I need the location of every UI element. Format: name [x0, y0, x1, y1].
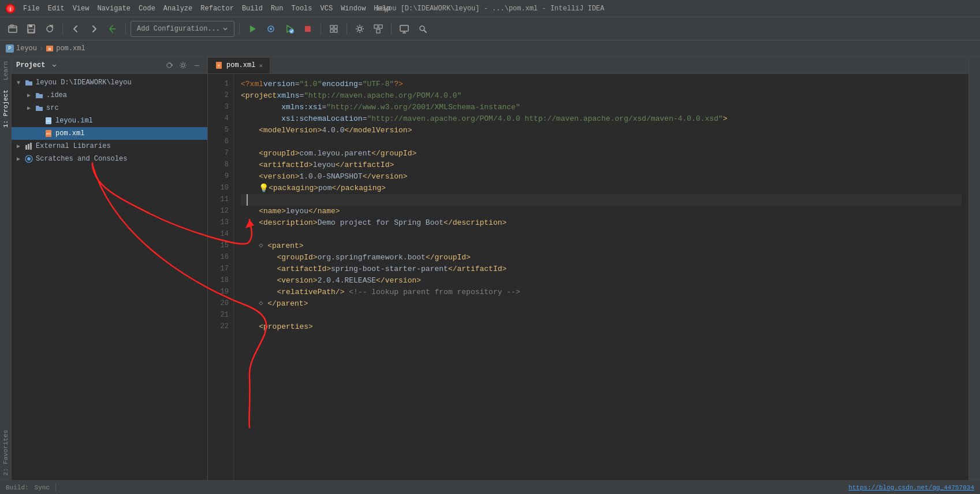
tree-item-src[interactable]: ▶ src: [12, 102, 207, 114]
sep6: [391, 23, 392, 35]
menu-analyze[interactable]: Analyze: [160, 5, 196, 13]
tree-arrow-root: ▼: [14, 78, 23, 87]
forward-btn[interactable]: [86, 21, 102, 37]
stop-btn[interactable]: [300, 21, 316, 37]
svg-rect-2: [9, 26, 17, 32]
revert-btn[interactable]: [105, 21, 121, 37]
code-line-20: ◇ </parent>: [241, 298, 962, 310]
ln-5: 5: [208, 125, 229, 136]
tree-label-root: leyou D:\IDEAWORK\leyou: [36, 79, 132, 87]
code-line-13: <description>Demo project for Spring Boo…: [241, 217, 962, 229]
svg-point-27: [182, 64, 185, 66]
tree-label-src: src: [46, 104, 59, 112]
menu-edit[interactable]: Edit: [44, 5, 68, 13]
sep1: [62, 23, 63, 35]
tree-label-idea: .idea: [46, 91, 67, 99]
menu-run[interactable]: Run: [267, 5, 287, 13]
tree-item-ext-libs[interactable]: ▶ External Libraries: [12, 140, 207, 153]
coverage-btn[interactable]: [281, 21, 297, 37]
status-sync[interactable]: Sync: [35, 484, 50, 491]
ln-16: 16: [208, 252, 229, 263]
menu-navigate[interactable]: Navigate: [94, 5, 134, 13]
project-tree: ▼ leyou D:\IDEAWORK\leyou ▶ .idea ▶: [12, 74, 207, 480]
left-tab-favorites[interactable]: 2: Favorites: [0, 425, 11, 480]
ln-21: 21: [208, 310, 229, 321]
menu-tools[interactable]: Tools: [288, 5, 316, 13]
ln-11: 11: [208, 194, 229, 206]
svg-rect-20: [377, 29, 380, 33]
menu-code[interactable]: Code: [135, 5, 159, 13]
code-line-6: [241, 136, 962, 148]
svg-marker-7: [250, 25, 256, 32]
ln-18: 18: [208, 275, 229, 287]
code-line-22: <properties>: [241, 321, 962, 333]
gear-panel-icon[interactable]: [177, 60, 189, 71]
breadcrumb-project[interactable]: leyou: [16, 44, 37, 53]
menu-refactor[interactable]: Refactor: [197, 5, 237, 13]
back-btn[interactable]: [68, 21, 84, 37]
menu-window[interactable]: Window: [337, 5, 369, 13]
svg-text:m: m: [49, 47, 51, 51]
tree-label-pom: pom.xml: [55, 129, 84, 138]
sep5: [346, 23, 347, 35]
tree-item-pom[interactable]: ▶ xml pom.xml: [12, 127, 207, 140]
sync-panel-icon[interactable]: [163, 60, 175, 71]
tab-close-btn[interactable]: ✕: [259, 62, 263, 69]
xml-icon: xml: [44, 129, 53, 138]
tree-item-iml[interactable]: ▶ iml leyou.iml: [12, 114, 207, 127]
project-structure-btn[interactable]: [370, 21, 386, 37]
menu-build[interactable]: Build: [239, 5, 266, 13]
left-tab-learn[interactable]: Learn: [0, 57, 11, 85]
code-line-11: [241, 194, 962, 206]
refresh-btn[interactable]: [42, 21, 58, 37]
build-artifact-btn[interactable]: [326, 21, 342, 37]
code-line-19: <relativePath/> <!-- lookup parent from …: [241, 287, 962, 298]
svg-rect-13: [330, 25, 333, 28]
svg-text:I: I: [10, 6, 12, 12]
code-line-15: ◇ <parent>: [241, 240, 962, 252]
presentation-btn[interactable]: [396, 21, 412, 37]
code-line-16: <groupId>org.springframework.boot</group…: [241, 252, 962, 263]
code-line-17: <artifactId>spring-boot-starter-parent</…: [241, 263, 962, 275]
ln-22: 22: [208, 321, 229, 333]
save-btn[interactable]: [23, 21, 39, 37]
svg-rect-16: [334, 29, 337, 32]
ln-14: 14: [208, 229, 229, 240]
tree-arrow-src: ▶: [24, 103, 33, 113]
minimize-panel-icon[interactable]: —: [191, 60, 203, 71]
tree-arrow-idea: ▶: [24, 91, 33, 100]
code-line-2: <project xmlns="http://maven.apache.org/…: [241, 90, 962, 102]
code-line-10: 💡<packaging>pom</packaging>: [241, 183, 962, 194]
tree-item-idea[interactable]: ▶ .idea: [12, 89, 207, 102]
search-everywhere-btn[interactable]: [415, 21, 431, 37]
panel-title: Project: [16, 61, 45, 69]
code-editor[interactable]: 1 2 3 4 5 6 7 8 9 10 11 12 13 14 15 16 1…: [208, 74, 968, 480]
code-content[interactable]: <?xml version="1.0" encoding="UTF-8"?> <…: [234, 74, 968, 480]
menu-file[interactable]: File: [20, 5, 43, 13]
breadcrumb-file[interactable]: pom.xml: [56, 44, 85, 53]
panel-header: Project —: [12, 57, 207, 74]
ln-15: 15: [208, 240, 229, 252]
settings-btn[interactable]: [352, 21, 368, 37]
tree-item-root[interactable]: ▼ leyou D:\IDEAWORK\leyou: [12, 76, 207, 89]
src-folder-icon: [35, 103, 44, 113]
code-line-12: <name>leyou</name>: [241, 206, 962, 217]
ln-4: 4: [208, 113, 229, 125]
status-url[interactable]: https://blog.csdn.net/qq_44757034: [848, 484, 974, 491]
open-btn[interactable]: [5, 21, 21, 37]
tab-pom-xml[interactable]: m pom.xml ✕: [208, 57, 270, 73]
status-bar: Build: Sync https://blog.csdn.net/qq_447…: [0, 480, 980, 494]
status-build-label: Build:: [6, 484, 29, 491]
add-config-button[interactable]: Add Configuration...: [131, 21, 234, 37]
left-tab-project[interactable]: 1: Project: [0, 85, 11, 132]
svg-point-36: [27, 157, 31, 161]
run-btn[interactable]: [244, 21, 260, 37]
code-line-9: <version>1.0.0-SNAPSHOT</version>: [241, 171, 962, 183]
ln-7: 7: [208, 148, 229, 159]
debug-btn[interactable]: [263, 21, 279, 37]
menu-vcs[interactable]: VCS: [317, 5, 337, 13]
ln-12: 12: [208, 206, 229, 217]
tree-item-scratches[interactable]: ▶ Scratches and Consoles: [12, 153, 207, 165]
panel-header-icons: —: [163, 60, 203, 71]
menu-view[interactable]: View: [69, 5, 93, 13]
